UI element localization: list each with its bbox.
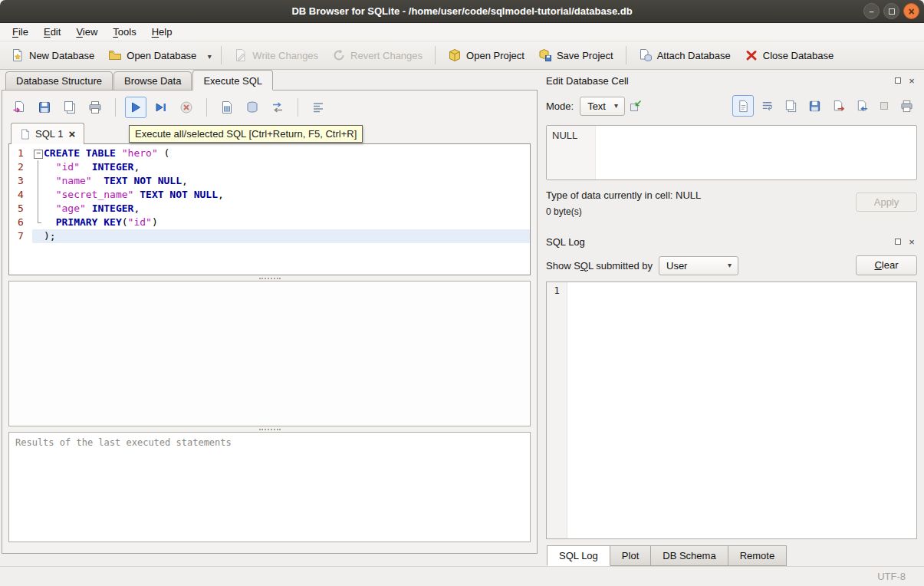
sql-tab-label: SQL 1 [35, 128, 63, 140]
editor-line-2[interactable]: 2 "id" INTEGER, [9, 160, 530, 174]
save-sql-copy-button[interactable] [59, 97, 81, 118]
fold-guide [32, 202, 44, 216]
submitter-combobox[interactable]: User [659, 256, 738, 275]
cell-icon-cluster [732, 95, 917, 117]
splitter-handle[interactable] [8, 275, 531, 281]
line-number: 2 [9, 160, 32, 174]
close-dock-button[interactable] [906, 237, 917, 247]
menu-edit[interactable]: Edit [36, 24, 68, 40]
maximize-button[interactable] [883, 3, 899, 19]
tab-execute-sql[interactable]: Execute SQL [192, 70, 273, 91]
open-sql-file-icon [12, 100, 26, 114]
editor-line-4[interactable]: 4 "secret_name" TEXT NOT NULL, [9, 188, 530, 202]
execute-line-button[interactable] [150, 97, 172, 118]
apply-button: Apply [856, 193, 917, 212]
dock-tab-plot[interactable]: Plot [610, 545, 651, 566]
log-line-gutter: 1 [547, 282, 567, 538]
cell-editor[interactable]: NULL [546, 125, 917, 180]
new-database-label: New Database [29, 50, 94, 61]
clear-button[interactable]: Clear [856, 255, 917, 275]
text-mode-button[interactable] [732, 95, 754, 117]
set-null-button [875, 97, 893, 115]
maximize-icon [889, 8, 895, 15]
close-window-button[interactable] [903, 3, 919, 19]
window-controls [863, 3, 919, 19]
revert-changes-icon [332, 48, 346, 62]
save-results-button[interactable] [242, 97, 263, 118]
code-text: "id" INTEGER, [44, 160, 530, 174]
filter-label: Show SQL submitted by [546, 260, 653, 272]
open-project-button[interactable]: Open Project [441, 44, 531, 66]
print-cell-button[interactable] [896, 95, 917, 117]
copy-cell-button[interactable] [780, 95, 801, 117]
dock-tab-db-schema[interactable]: DB Schema [651, 545, 728, 566]
close-tab-icon[interactable] [68, 128, 75, 140]
dock-tab-sql-log[interactable]: SQL Log [547, 545, 610, 566]
edit-cell-toolbar: Mode: Text [546, 94, 917, 117]
close-database-icon [745, 48, 758, 62]
minimize-button[interactable] [863, 3, 880, 19]
titlebar[interactable]: DB Browser for SQLite - /home/user/code/… [0, 0, 924, 23]
sql-log-view[interactable]: 1 [546, 281, 917, 539]
revert-changes-button: Revert Changes [325, 44, 429, 66]
log-line-number: 1 [554, 285, 559, 296]
tab-database-structure[interactable]: Database Structure [5, 71, 113, 91]
import-cell-button[interactable] [851, 95, 873, 117]
execute-sql-panel: SQL 1 1CREATE TABLE "hero" (2 "id" INTEG… [2, 90, 538, 554]
save-project-label: Save Project [557, 50, 613, 61]
content-area: Database Structure Browse Data Execute S… [0, 70, 924, 566]
sql-editor[interactable]: 1CREATE TABLE "hero" (2 "id" INTEGER,3 "… [8, 143, 531, 275]
float-dock-button[interactable] [893, 237, 903, 247]
float-dock-button[interactable] [893, 76, 903, 86]
app-window: DB Browser for SQLite - /home/user/code/… [0, 0, 924, 586]
statusbar: UTF-8 [0, 566, 924, 586]
fold-toggle-icon[interactable] [32, 146, 44, 160]
dock-tab-remote[interactable]: Remote [728, 545, 788, 566]
new-database-button[interactable]: New Database [4, 44, 101, 66]
editor-line-5[interactable]: 5 "age" INTEGER, [9, 202, 530, 216]
sql-tab[interactable]: SQL 1 [11, 123, 84, 144]
export-cell-button[interactable] [827, 95, 849, 117]
mode-combobox[interactable]: Text [580, 97, 625, 116]
export-results-button[interactable] [216, 97, 238, 118]
menu-file[interactable]: File [5, 24, 36, 40]
open-database-button[interactable]: Open Database [101, 44, 203, 66]
line-number: 4 [9, 188, 32, 202]
print-sql-button[interactable] [84, 97, 106, 118]
save-results-icon [245, 100, 259, 114]
results-message-pane[interactable]: Results of the last executed statements [8, 432, 531, 542]
close-database-label: Close Database [763, 50, 834, 61]
open-sql-file-button[interactable] [8, 97, 30, 118]
save-cell-button[interactable] [804, 95, 825, 117]
code-text: ); [44, 229, 530, 243]
close-database-button[interactable]: Close Database [738, 44, 841, 66]
editor-line-1[interactable]: 1CREATE TABLE "hero" ( [9, 146, 530, 160]
new-database-icon [11, 48, 25, 62]
close-dock-button[interactable] [906, 76, 917, 86]
editor-line-6[interactable]: 6 PRIMARY KEY("id") [9, 216, 530, 229]
save-sql-file-button[interactable] [34, 97, 55, 118]
format-sql-button[interactable] [307, 97, 329, 118]
code-text: PRIMARY KEY("id") [44, 216, 530, 229]
toolbar-separator [626, 46, 626, 64]
save-project-button[interactable]: Save Project [531, 44, 620, 66]
fold-guide [32, 188, 44, 202]
splitter-handle[interactable] [8, 426, 531, 432]
attach-database-button[interactable]: Attach Database [632, 44, 738, 66]
word-wrap-button[interactable] [756, 95, 778, 117]
execute-all-button[interactable] [125, 97, 146, 118]
editor-line-7[interactable]: 7); [9, 229, 530, 243]
menu-tools[interactable]: Tools [105, 24, 143, 40]
menu-view[interactable]: View [68, 24, 105, 40]
tab-browse-data[interactable]: Browse Data [113, 71, 192, 91]
results-grid[interactable] [8, 281, 531, 426]
menu-help[interactable]: Help [144, 24, 180, 40]
find-replace-button[interactable] [267, 97, 288, 118]
toolbar-separator [221, 46, 222, 64]
sql-log-titlebar: SQL Log [546, 234, 917, 249]
import-file-button[interactable] [625, 95, 646, 117]
editor-line-3[interactable]: 3 "name" TEXT NOT NULL, [9, 174, 530, 188]
dropdown-arrow-icon [206, 50, 213, 61]
main-tab-bar: Database Structure Browse Data Execute S… [2, 70, 538, 91]
open-database-dropdown[interactable] [203, 46, 215, 65]
